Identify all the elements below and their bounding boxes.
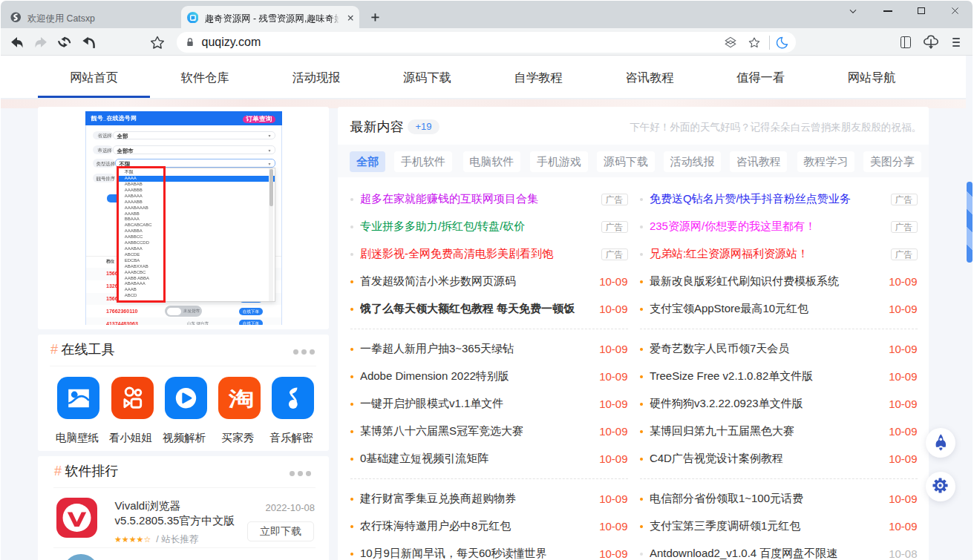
svg-text:淘: 淘 <box>228 388 254 411</box>
